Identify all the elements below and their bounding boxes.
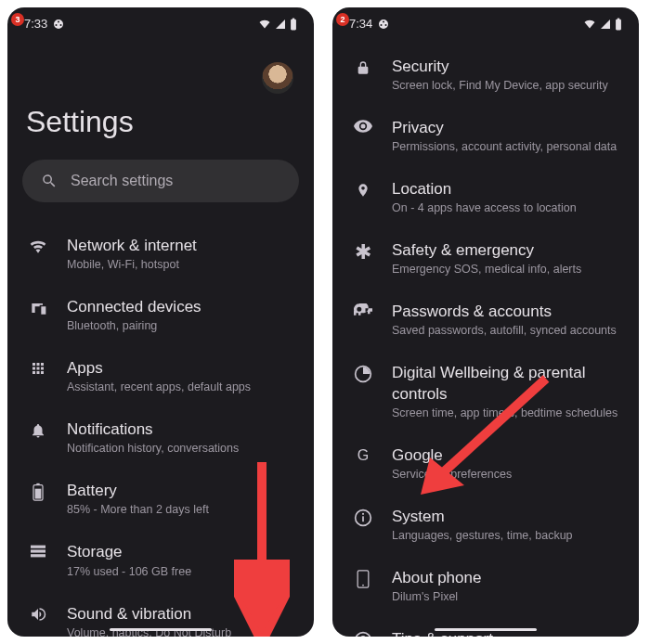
item-label: Privacy [392,118,617,138]
wifi-status-icon [258,19,271,30]
search-input[interactable]: Search settings [22,160,299,202]
item-system[interactable]: SystemLanguages, gestures, time, backup [347,494,624,555]
svg-rect-14 [362,516,364,522]
item-sub: On - 4 apps have access to location [392,201,577,214]
settings-screen-right: 2 7:34 SecurityScreen lock, Find My Devi… [332,7,639,637]
svg-point-17 [362,585,364,586]
item-sub: Bluetooth, pairing [67,319,202,332]
item-safety[interactable]: ✱ Safety & emergencyEmergency SOS, medic… [347,227,624,289]
item-label: Notifications [67,419,239,440]
item-battery[interactable]: Battery85% - More than 2 days left [22,468,299,529]
wellbeing-icon [353,365,373,383]
settings-list: Network & internetMobile, Wi-Fi, hotspot… [22,223,299,637]
status-time: 7:33 [24,17,47,31]
item-label: About phone [392,568,481,588]
help-icon [353,631,373,637]
item-sub: Screen time, app timers, bedtime schedul… [392,406,618,419]
item-notifications[interactable]: NotificationsNotification history, conve… [22,406,299,468]
item-network[interactable]: Network & internetMobile, Wi-Fi, hotspot [22,223,299,284]
item-label: Connected devices [67,297,202,317]
item-sub: Saved passwords, autofill, synced accoun… [392,324,617,337]
bell-icon [28,421,48,440]
item-label: Passwords & accounts [392,302,617,322]
item-label: Location [392,179,577,200]
search-icon [41,173,58,189]
svg-rect-6 [31,550,46,553]
item-sub: Mobile, Wi-Fi, hotspot [67,258,197,271]
item-google[interactable]: G GoogleServices & preferences [347,432,624,494]
battery-icon [28,483,48,501]
svg-rect-10 [616,19,621,30]
storage-icon [28,544,48,559]
svg-rect-11 [618,18,619,19]
status-app-icon [378,19,389,30]
google-icon: G [353,447,373,464]
asterisk-icon: ✱ [353,242,373,263]
item-about-phone[interactable]: About phoneDilum's Pixel [347,555,624,616]
svg-rect-5 [31,546,46,548]
item-tips[interactable]: Tips & supportHelp articles, phone & cha… [347,616,624,637]
eye-icon [353,120,373,133]
item-wellbeing[interactable]: Digital Wellbeing & parental controlsScr… [347,350,624,431]
item-label: Safety & emergency [392,240,581,261]
signal-status-icon [275,19,286,30]
settings-list: SecurityScreen lock, Find My Device, app… [347,44,624,637]
item-label: Google [392,445,512,466]
info-icon [353,509,373,527]
item-sub: Permissions, account activity, personal … [392,140,617,153]
item-label: Network & internet [67,236,197,256]
notification-badge: 3 [11,13,24,26]
item-sub: Dilum's Pixel [392,590,481,603]
item-sub: Notification history, conversations [67,442,239,455]
item-connected-devices[interactable]: Connected devicesBluetooth, pairing [22,284,299,345]
item-label: Battery [67,481,209,501]
gesture-bar[interactable] [435,628,537,631]
item-sub: Services & preferences [392,468,512,481]
volume-icon [28,606,48,623]
battery-status-icon [290,18,297,31]
item-label: System [392,507,573,527]
item-privacy[interactable]: PrivacyPermissions, account activity, pe… [347,105,624,166]
svg-point-15 [362,513,364,515]
item-passwords[interactable]: Passwords & accountsSaved passwords, aut… [347,289,624,350]
item-label: Security [392,57,608,77]
item-sub: Assistant, recent apps, default apps [67,380,251,393]
phone-icon [353,570,373,588]
status-time: 7:34 [349,17,372,31]
avatar[interactable] [262,62,293,94]
item-location[interactable]: LocationOn - 4 apps have access to locat… [347,166,624,227]
wifi-status-icon [583,19,596,30]
item-apps[interactable]: AppsAssistant, recent apps, default apps [22,345,299,406]
notification-badge: 2 [336,13,349,26]
item-label: Digital Wellbeing & parental controls [392,363,618,404]
svg-rect-4 [35,489,42,499]
key-icon [353,303,373,316]
search-placeholder: Search settings [71,173,173,189]
item-sub: Languages, gestures, time, backup [392,529,573,542]
status-app-icon [53,19,64,30]
item-sub: Screen lock, Find My Device, app securit… [392,79,608,92]
svg-rect-3 [36,483,39,485]
lock-icon [353,58,373,77]
svg-rect-7 [31,555,46,558]
item-sub: 85% - More than 2 days left [67,503,209,516]
signal-status-icon [600,19,611,30]
battery-status-icon [615,18,622,31]
wifi-icon [28,238,48,256]
item-storage[interactable]: Storage17% used - 106 GB free [22,529,299,590]
svg-rect-0 [291,19,296,30]
location-icon [353,181,373,200]
gesture-bar[interactable] [110,628,212,631]
item-security[interactable]: SecurityScreen lock, Find My Device, app… [347,44,624,105]
status-bar: 7:34 [332,7,639,34]
settings-screen-left: 3 7:33 Settings Search settings Network [7,7,314,637]
item-label: Storage [67,542,191,562]
item-label: Apps [67,358,251,379]
status-bar: 7:33 [7,7,314,34]
item-sub: 17% used - 106 GB free [67,565,191,578]
apps-icon [28,360,48,377]
item-label: Sound & vibration [67,604,231,625]
devices-icon [28,299,48,317]
svg-rect-1 [292,18,294,19]
item-sub: Emergency SOS, medical info, alerts [392,263,581,276]
